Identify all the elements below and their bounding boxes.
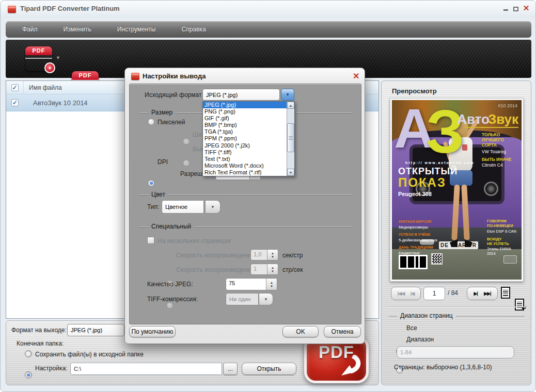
dpi-label[interactable]: DPI xyxy=(157,158,168,166)
save-source-radio[interactable] xyxy=(25,350,32,357)
previous-page-button[interactable]: |◀ xyxy=(411,291,414,296)
menu-tools[interactable]: Инструменты xyxy=(117,26,156,33)
default-button[interactable]: По умолчанию xyxy=(129,326,176,337)
custom-folder-radio[interactable] xyxy=(25,371,32,379)
title-bar: Tipard PDF Converter Platinum ✕ xyxy=(1,1,536,18)
pixels-label[interactable]: Пикселей xyxy=(157,119,185,126)
current-page-icon[interactable] xyxy=(501,287,510,299)
dialog-format-dropdown-button[interactable]: ▼ xyxy=(281,89,294,101)
dialog-body: Исходящий формат: JPEG (*.jpg) ▼ Размер … xyxy=(129,84,361,324)
dialog-close-icon[interactable]: ✕ xyxy=(353,71,359,81)
open-folder-button[interactable]: Открыть xyxy=(242,363,296,375)
color-type-dropdown-button[interactable]: ▼ xyxy=(205,200,220,214)
dialog-format-label: Исходящий формат: xyxy=(145,91,203,99)
range-input[interactable] xyxy=(397,346,514,358)
scroll-down-icon[interactable]: ▼ xyxy=(287,169,294,176)
color-type-select[interactable]: Цветное xyxy=(162,200,204,214)
page-number-input[interactable] xyxy=(423,287,445,300)
preview-title: Препросмотр xyxy=(392,87,437,95)
preview-image-frame: DECAR.PR А З #10 2014 Авто Звук http:// … xyxy=(390,98,524,282)
menu-edit[interactable]: Изменить xyxy=(64,26,91,33)
first-page-button[interactable]: |◀◀ xyxy=(398,291,404,296)
format-option[interactable]: PPM (*.ppm) xyxy=(203,135,287,142)
menu-bar: Файл Изменить Инструменты Справка xyxy=(6,21,531,38)
format-option[interactable]: Microsoft Word (*.docx) xyxy=(203,162,287,169)
tiff-dropdown-button[interactable]: ▼ xyxy=(259,293,273,305)
height-radio[interactable] xyxy=(183,159,190,167)
column-header-filename[interactable]: Имя файла xyxy=(24,84,62,91)
magazine-cover: DECAR.PR А З #10 2014 Авто Звук http:// … xyxy=(392,100,522,280)
format-option[interactable]: BMP (*.bmp) xyxy=(203,122,287,128)
cover-headline-vw: ТОЛЬКО ЛУЧШЕГО СОРТА xyxy=(482,132,504,148)
page-range-group-label: Диапазон страниц xyxy=(389,312,525,319)
save-source-label[interactable]: Сохранить файл(ы) в исходной папке xyxy=(35,351,144,358)
close-button[interactable]: ✕ xyxy=(522,4,530,12)
row-checkbox[interactable]: ✓ xyxy=(11,99,19,106)
add-pdf-button[interactable]: PDF + xyxy=(25,46,52,71)
speed2-radio[interactable] xyxy=(166,302,174,309)
browse-button[interactable]: ... xyxy=(223,363,238,375)
menu-help[interactable]: Справка xyxy=(181,26,206,33)
window-title: Tipard PDF Converter Platinum xyxy=(20,5,120,12)
preview-separator xyxy=(386,306,528,307)
format-option[interactable]: JPEG 2000 (*.j2k) xyxy=(203,142,287,149)
scrollbar-thumb[interactable] xyxy=(287,123,294,152)
next-page-button[interactable]: ▶| xyxy=(474,291,477,296)
format-option[interactable]: TGA (*.tga) xyxy=(203,128,287,135)
cover-feature-line2: ПОКАЗ xyxy=(398,175,446,190)
format-option[interactable]: TIFF (*.tiff) xyxy=(203,149,287,156)
format-option[interactable]: Text (*.txt) xyxy=(203,156,287,162)
maximize-button[interactable] xyxy=(512,5,520,13)
preview-panel: Препросмотр DECAR.PR xyxy=(381,80,531,385)
speed1-unit: сек/стр xyxy=(282,252,303,259)
special-group-label: Специальный xyxy=(140,223,353,230)
jpeg-quality-spinner[interactable]: 75 ▲▼ xyxy=(226,278,277,290)
color-type-label: Тип: xyxy=(147,203,159,210)
speed2-spinner[interactable]: 1 ▲▼ xyxy=(250,264,278,275)
dialog-title: Настройки вывода xyxy=(143,72,206,80)
destination-label: Конечная папка: xyxy=(17,340,64,347)
speed2-label: Скорость воспроизведения: xyxy=(176,266,257,273)
cancel-button[interactable]: Отмена xyxy=(324,326,361,337)
dropdown-scrollbar[interactable]: ▲ ▼ xyxy=(287,102,294,176)
format-option[interactable]: JPEG (*.jpg) xyxy=(203,102,287,108)
add-pdf-icon: + xyxy=(44,62,55,73)
scroll-up-icon[interactable]: ▲ xyxy=(287,102,294,109)
select-all-checkbox[interactable]: ✓ xyxy=(11,84,19,91)
tiff-compression-select[interactable]: Ни один xyxy=(226,293,259,305)
multipage-checkbox[interactable] xyxy=(147,237,154,244)
output-path-input[interactable] xyxy=(70,363,222,375)
format-option[interactable]: Rich Text Format (*.rtf) xyxy=(203,169,287,176)
cover-age-badge xyxy=(503,255,517,264)
dpi-radio[interactable] xyxy=(148,179,155,187)
custom-folder-label[interactable]: Настройка: xyxy=(35,365,67,372)
pixels-radio[interactable] xyxy=(148,118,155,125)
output-settings-dialog: Настройки вывода ✕ Исходящий формат: JPE… xyxy=(124,68,365,344)
range-custom-label[interactable]: Диапазон xyxy=(406,336,434,343)
cover-url: http:// www.avtozvuk.com xyxy=(405,161,475,165)
last-page-button[interactable]: ▶▶| xyxy=(484,291,491,296)
nav-forward-group: ▶| ▶▶| xyxy=(467,287,498,300)
cover-feature-sub: Peugeot 308 xyxy=(398,191,432,198)
speed1-spinner[interactable]: 1,0 ▲▼ xyxy=(250,249,278,260)
convert-arrow-icon xyxy=(332,355,362,379)
pdf-band-label: PDF xyxy=(25,46,52,55)
cover-qr-code xyxy=(431,253,443,265)
cover-masthead-light: Авто xyxy=(457,111,490,127)
refresh-page-icon[interactable]: ↵ xyxy=(515,299,524,311)
format-option[interactable]: PNG (*.png) xyxy=(203,108,287,115)
range-all-label[interactable]: Все xyxy=(406,324,417,332)
dialog-format-select[interactable]: JPEG (*.jpg) xyxy=(202,89,280,101)
menu-file[interactable]: Файл xyxy=(22,26,38,33)
cover-headline-citroen: БЫТЬ ИНАЧЕ xyxy=(482,157,511,162)
format-option[interactable]: GIF (*.gif) xyxy=(203,115,287,122)
page-total-label: / 84 xyxy=(448,289,458,297)
width-radio[interactable] xyxy=(183,138,190,145)
ok-button[interactable]: OK xyxy=(282,326,319,337)
minimize-button[interactable] xyxy=(501,4,510,12)
cover-masthead-accent: Звук xyxy=(488,111,518,127)
app-window: Tipard PDF Converter Platinum ✕ Файл Изм… xyxy=(0,0,536,392)
add-pdf-dropdown-icon[interactable]: ▼ xyxy=(56,55,60,60)
app-icon xyxy=(8,6,16,13)
multipage-label[interactable]: На нескольких страницах xyxy=(157,237,231,244)
